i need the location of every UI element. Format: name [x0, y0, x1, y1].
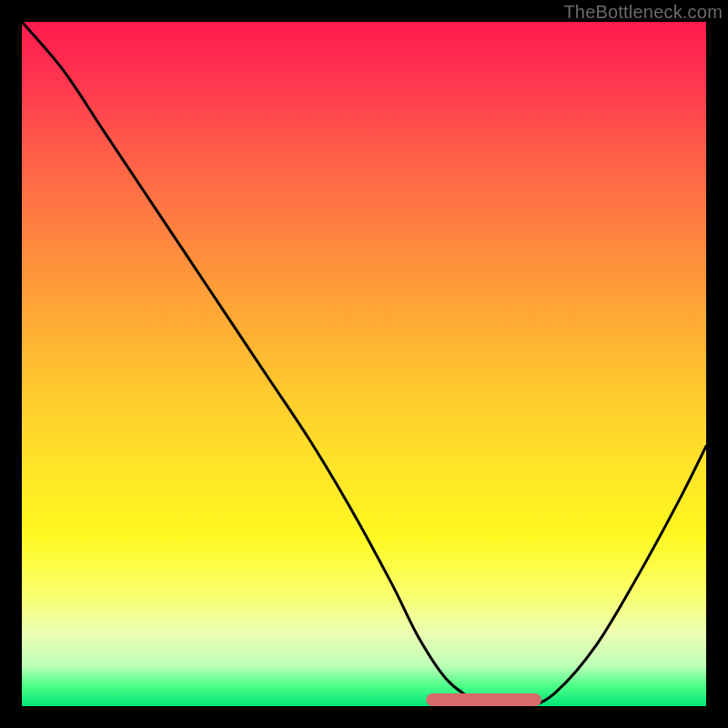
plot-area — [22, 22, 706, 706]
chart-container: TheBottleneck.com — [0, 0, 728, 728]
watermark-text: TheBottleneck.com — [563, 2, 723, 23]
bottleneck-curve — [22, 22, 706, 706]
